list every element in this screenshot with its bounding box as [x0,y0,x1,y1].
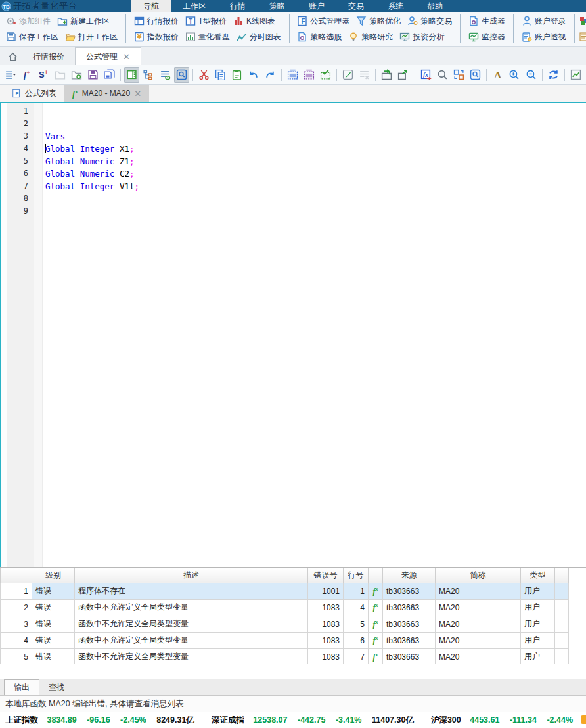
new-strategy-button[interactable]: S+ [35,67,51,83]
cell-line-number: 1 [344,583,369,599]
sync-button[interactable] [546,67,561,83]
ribbon-行情报价[interactable]: 行情报价 [131,14,182,28]
ribbon-公式管理器[interactable]: F公式管理器 [294,14,353,28]
font-button[interactable]: A [490,67,505,83]
ribbon-策略研究[interactable]: 策略研究 [345,30,396,44]
ribbon-策略选股[interactable]: 策略选股 [294,30,345,44]
home-button[interactable] [3,49,22,64]
code-line-5[interactable]: Global Numeric Z1; [43,155,586,168]
ribbon-分时图表[interactable]: 分时图表 [233,30,284,44]
new-function-button[interactable]: f+ [19,67,34,83]
zoom-out-button[interactable] [523,67,538,83]
ribbon-指数报价[interactable]: ¥指数报价 [131,30,182,44]
cut-button[interactable] [196,67,212,83]
edit-formula-button[interactable] [340,67,355,83]
save-formula-button[interactable] [85,67,101,83]
error-row-1[interactable]: 1 错误 程序体不存在 1001 1 fx tb303663 MA20 用户 [1,583,569,599]
ribbon-label: 保存工作区 [19,32,58,43]
tab-output[interactable]: 输出 [4,679,39,695]
column-header-级别[interactable]: 级别 [32,568,75,583]
code-line-4[interactable]: Global Integer X1; [43,143,586,155]
tab-market-quotes[interactable]: 行情报价 [22,49,75,65]
replace-button[interactable] [451,67,466,83]
zoom-out-icon [526,69,537,80]
code-area[interactable]: VarsGlobal Integer X1;Global Numeric Z1;… [43,103,586,567]
chart-partial-button[interactable] [568,67,583,83]
compile-button[interactable] [285,67,300,83]
column-header-blank[interactable] [369,568,383,583]
error-row-5[interactable]: 5 错误 函数中不允许定义全局类型变量 1083 7 fx tb303663 M… [1,648,569,664]
code-line-1[interactable] [43,105,586,118]
code-line-8[interactable] [43,193,586,205]
column-header-简称[interactable]: 简称 [436,568,521,583]
search-panel-button[interactable] [174,67,189,83]
column-header-来源[interactable]: 来源 [383,568,436,583]
column-header-描述[interactable]: 描述 [75,568,308,583]
copy-button[interactable] [213,67,228,83]
redo-button[interactable] [262,67,277,83]
ribbon-量化看盘[interactable]: 量化看盘 [182,30,233,44]
view-menu-button[interactable] [3,67,18,83]
ribbon-生成器[interactable]: 生成器 [465,14,508,28]
compile-all-button[interactable] [302,67,317,83]
paste-icon [231,69,242,80]
toggle-panel-button[interactable] [124,67,139,83]
line-number: 6 [7,168,34,180]
import-button[interactable] [379,67,394,83]
zoom-in-button[interactable] [507,67,522,83]
menu-帮助[interactable]: 帮助 [415,0,455,12]
column-header-类型[interactable]: 类型 [521,568,555,583]
menu-导航[interactable]: 导航 [131,0,171,12]
ribbon-监控器[interactable]: 监控器 [465,30,508,44]
ribbon-策略优化[interactable]: 策略优化 [353,14,404,28]
paste-button[interactable] [229,67,244,83]
ribbon-新建工作区[interactable]: 新建工作区 [54,14,113,28]
find-button[interactable] [435,67,450,83]
ribbon-投资分析[interactable]: 投资分析 [396,30,447,44]
menu-系统[interactable]: 系统 [376,0,415,12]
ribbon-打开工作区[interactable]: 打开工作区 [62,30,121,44]
error-row-2[interactable]: 2 错误 函数中不允许定义全局类型变量 1083 4 fx tb303663 M… [1,599,569,616]
chart-bars-icon [185,32,196,42]
tab-find[interactable]: 查找 [39,680,74,695]
tree-view-button[interactable] [141,67,156,83]
code-line-9[interactable] [43,205,586,217]
code-line-7[interactable]: Global Integer V1l; [43,180,586,193]
code-line-2[interactable] [43,118,586,130]
column-header-错误号[interactable]: 错误号 [308,568,344,583]
list-view-button[interactable] [157,67,172,83]
error-row-4[interactable]: 4 错误 函数中不允许定义全局类型变量 1083 6 fx tb303663 M… [1,632,569,648]
close-icon[interactable]: ✕ [134,89,141,98]
ribbon-K线图表[interactable]: K线图表 [230,14,279,28]
code-line-6[interactable]: Global Numeric C2; [43,168,586,180]
ribbon-T型报价[interactable]: TT型报价 [182,14,230,28]
tab-ma20-editor[interactable]: fx MA20 - MA20 ✕ [64,85,149,102]
ribbon-策略交易[interactable]: 策略交易 [404,14,455,28]
preview-button[interactable] [468,67,483,83]
tab-formula-list[interactable]: F 公式列表 [4,85,64,102]
column-header-blank[interactable] [555,568,569,583]
code-line-3[interactable]: Vars [43,130,586,143]
ribbon-账户透视[interactable]: 账户透视 [518,30,570,44]
close-icon[interactable]: ✕ [123,53,130,61]
ribbon-账户登录[interactable]: 账户登录 [518,14,570,28]
menu-工作区[interactable]: 工作区 [171,0,218,12]
tab-formula-manager[interactable]: 公式管理 ✕ [75,47,141,65]
undo-button[interactable] [246,67,261,83]
menu-交易[interactable]: 交易 [336,0,376,12]
error-row-3[interactable]: 3 错误 函数中不允许定义全局类型变量 1083 5 fx tb303663 M… [1,616,569,632]
menu-账户[interactable]: 账户 [297,0,336,12]
menu-行情[interactable]: 行情 [218,0,258,12]
panel-tab-bar: F 公式列表 fx MA20 - MA20 ✕ [0,85,586,103]
fx-verify-button[interactable]: fx [418,67,433,83]
export-button[interactable] [395,67,411,83]
menu-策略[interactable]: 策略 [258,0,297,12]
tab-label: 公式列表 [25,88,56,99]
column-header-blank[interactable] [1,568,32,583]
open-linked-button[interactable] [69,67,84,83]
code-editor[interactable]: 123456789 VarsGlobal Integer X1;Global N… [0,103,586,567]
ribbon-保存工作区[interactable]: 保存工作区 [3,30,62,44]
compile-check-button[interactable] [318,67,333,83]
column-header-行号[interactable]: 行号 [344,568,369,583]
save-all-button[interactable] [102,67,117,83]
